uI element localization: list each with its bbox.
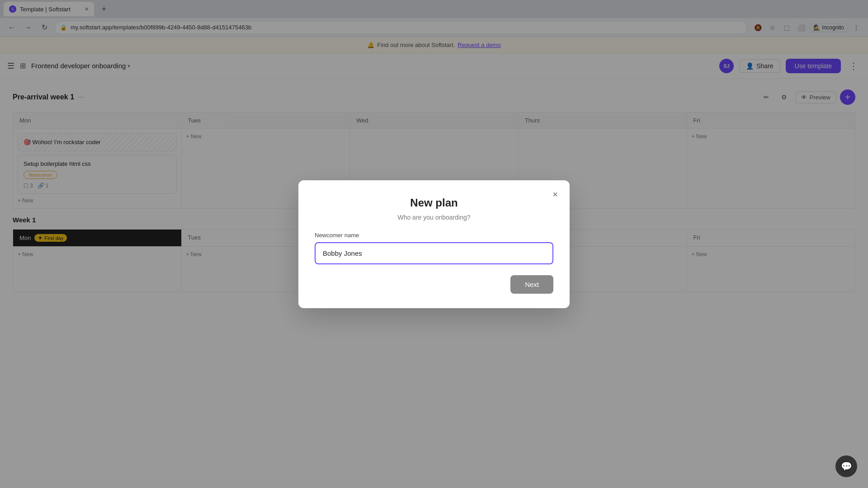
modal-overlay[interactable]: × New plan Who are you onboarding? Newco… [0, 0, 868, 488]
modal-footer: Next [315, 275, 553, 294]
new-plan-modal: × New plan Who are you onboarding? Newco… [298, 180, 570, 308]
newcomer-name-label: Newcomer name [315, 232, 553, 239]
next-button[interactable]: Next [510, 275, 553, 294]
modal-close-button[interactable]: × [548, 188, 562, 202]
newcomer-name-input[interactable] [315, 242, 553, 264]
modal-subtitle: Who are you onboarding? [315, 214, 553, 221]
modal-title: New plan [315, 197, 553, 209]
chat-button[interactable]: 💬 [835, 455, 857, 477]
